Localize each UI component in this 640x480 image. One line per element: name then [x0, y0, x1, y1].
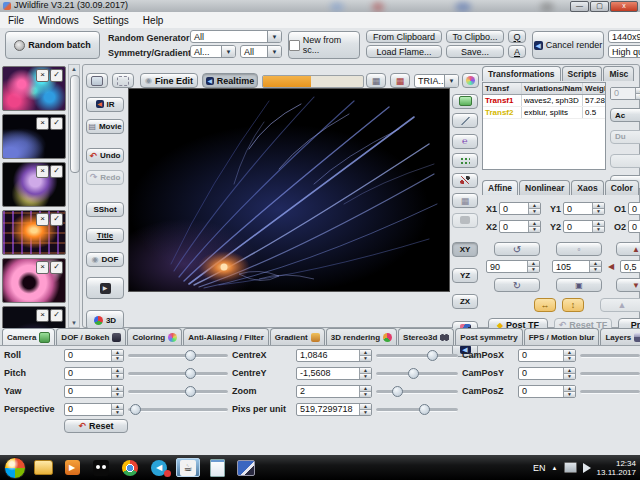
y1-input[interactable]: 0▲▼ [563, 202, 605, 215]
pixs-per-unit-input[interactable]: 519,7299718▲▼ [296, 403, 372, 416]
tab-fps-motion-blur[interactable]: FPS / Motion blur [524, 328, 600, 345]
tab-antialiasing[interactable]: Anti-Aliasing / Filter [183, 328, 269, 345]
taskbar-jwildfire[interactable]: ☕ [176, 458, 200, 477]
yaw-slider[interactable] [128, 385, 228, 398]
thumbnail-checkbox[interactable]: ✓ [50, 165, 63, 178]
remove-transform-button[interactable] [610, 154, 640, 168]
language-indicator[interactable]: EN [533, 463, 546, 473]
camposy-slider[interactable] [580, 367, 640, 380]
load-flame-button[interactable]: Load Flame... [366, 45, 442, 58]
perspective-slider[interactable] [128, 403, 228, 416]
spin-down-icon[interactable]: ▼ [636, 93, 640, 99]
spin-down-icon[interactable]: ▼ [112, 355, 123, 361]
flame-thumbnail[interactable]: × ✓ [2, 114, 66, 159]
spin-down-icon[interactable]: ▼ [590, 266, 601, 272]
maximize-button[interactable]: ▢ [590, 1, 609, 12]
tab-coloring[interactable]: Coloring [127, 328, 182, 345]
spin-down-icon[interactable]: ▼ [112, 373, 123, 379]
gradient-edit-button[interactable] [462, 73, 479, 88]
flame-preview-canvas[interactable] [128, 88, 450, 292]
save-button[interactable]: Save... [446, 45, 504, 58]
random-generator-select[interactable]: All ▼ [190, 30, 282, 43]
camposx-input[interactable]: 0▲▼ [518, 349, 576, 362]
taskbar-explorer[interactable] [31, 458, 55, 477]
dof-button[interactable]: ◉ DOF [86, 252, 124, 267]
roll-input[interactable]: 0▲▼ [64, 349, 124, 362]
menu-file[interactable]: File [8, 15, 24, 26]
rotate-amount-input[interactable]: 90 ▲▼ [486, 260, 540, 273]
tab-nonlinear[interactable]: Nonlinear [519, 180, 570, 195]
movie-button[interactable]: ▤ Movie [86, 119, 124, 134]
x2-input[interactable]: 0▲▼ [499, 220, 541, 233]
guides-toggle-button[interactable]: ▦ [390, 73, 410, 88]
thumbnail-close-icon[interactable]: × [36, 309, 49, 322]
ghost-view-button[interactable] [112, 73, 134, 88]
camposz-slider[interactable] [580, 385, 640, 398]
disabled-view-button[interactable] [452, 213, 478, 228]
pitch-slider[interactable] [128, 367, 228, 380]
taskbar-media-player[interactable]: ▶ [60, 458, 84, 477]
taskbar-clock[interactable]: 12:34 13.11.2017 [597, 459, 636, 477]
tab-color[interactable]: Color [605, 180, 639, 195]
random-batch-button[interactable]: Random batch [5, 31, 100, 59]
axis-xy-button[interactable]: XY [452, 242, 478, 257]
q-button[interactable]: Q [508, 30, 526, 43]
triangle-style-select[interactable]: TRIA... ▼ [414, 74, 459, 88]
a-button[interactable]: A [508, 45, 526, 58]
reset-camera-button[interactable]: ↶ Reset [64, 419, 128, 433]
move-left-icon[interactable]: ◀ [608, 262, 614, 271]
zoom-input[interactable]: 2▲▼ [296, 385, 372, 398]
to-clipboard-button[interactable]: To Clipbo... [446, 30, 504, 43]
flame-thumbnail[interactable]: × ✓ [2, 66, 66, 111]
spiral-variation-button[interactable]: ℮ [452, 134, 478, 149]
enlarge-button[interactable]: ▣ [556, 278, 602, 292]
thumbnail-close-icon[interactable]: × [36, 69, 49, 82]
thumbnail-close-icon[interactable]: × [36, 165, 49, 178]
network-icon[interactable] [564, 462, 577, 473]
spin-down-icon[interactable]: ▼ [529, 226, 540, 232]
symmetry-select[interactable]: Al... ▼ [190, 45, 236, 58]
taskbar-chrome[interactable] [118, 458, 142, 477]
thumbnail-checkbox[interactable]: ✓ [50, 213, 63, 226]
transformations-table[interactable]: Transf Variations/Name Weight Transf1 wa… [482, 82, 606, 170]
thumbnail-close-icon[interactable]: × [36, 213, 49, 226]
scroll-up-icon[interactable]: ▲ [70, 65, 78, 73]
spin-down-icon[interactable]: ▼ [112, 391, 123, 397]
monitor-view-button[interactable] [452, 94, 478, 109]
flame-thumbnail[interactable]: × ✓ [2, 306, 66, 328]
yaw-input[interactable]: 0▲▼ [64, 385, 124, 398]
spin-down-icon[interactable]: ▼ [593, 208, 604, 214]
taskbar-notepad[interactable] [205, 458, 229, 477]
move-down-button[interactable]: ▼ [616, 278, 640, 292]
tab-xaos[interactable]: Xaos [571, 180, 603, 195]
ir-button[interactable]: ◀ IR [86, 97, 124, 112]
camposx-slider[interactable] [580, 349, 640, 362]
thumbnail-close-icon[interactable]: × [36, 261, 49, 274]
table-row[interactable]: Transf1 waves2, sph3D 57.2850... [483, 95, 605, 107]
quality-select[interactable]: High quality ▼ [608, 45, 640, 58]
tab-transformations[interactable]: Transformations [482, 66, 561, 81]
thumbnail-checkbox[interactable]: ✓ [50, 69, 63, 82]
render-flame-button[interactable]: ▶ [86, 277, 124, 299]
shrink-button[interactable]: ▫ [556, 242, 602, 256]
tab-dof-bokeh[interactable]: DOF / Bokeh [56, 328, 126, 345]
draw-line-button[interactable] [452, 113, 478, 128]
move-amount-input[interactable]: 0,5 [620, 260, 640, 273]
tab-post-symmetry[interactable]: Post symmetry [455, 328, 522, 345]
rotate-left-button[interactable]: ↺ [494, 242, 540, 256]
axis-zx-button[interactable]: ZX [452, 294, 478, 309]
fine-edit-button[interactable]: ◉ Fine Edit [140, 73, 198, 88]
menu-settings[interactable]: Settings [93, 15, 129, 26]
taskbar-eyes-app[interactable] [89, 458, 113, 477]
spin-down-icon[interactable]: ▼ [564, 391, 575, 397]
scale-amount-input[interactable]: 105 ▲▼ [552, 260, 602, 273]
spin-down-icon[interactable]: ▼ [564, 355, 575, 361]
reset-tf-button[interactable]: ↶ Reset TF [554, 318, 612, 328]
y2-input[interactable]: 0▲▼ [563, 220, 605, 233]
pitch-input[interactable]: 0▲▼ [64, 367, 124, 380]
spin-down-icon[interactable]: ▼ [529, 208, 540, 214]
minimize-button[interactable]: — [570, 1, 589, 12]
threed-button[interactable]: 3D [86, 310, 124, 330]
thumbnail-close-icon[interactable]: × [36, 117, 49, 130]
node-edit-button[interactable] [452, 173, 478, 188]
